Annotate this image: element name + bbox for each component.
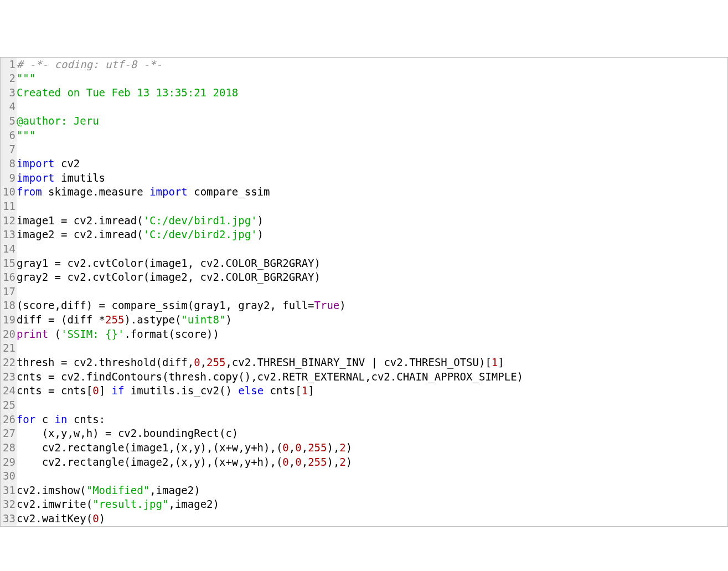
line-number: 9 xyxy=(3,171,16,186)
line-number: 23 xyxy=(3,370,16,384)
token-keyword: for xyxy=(17,413,35,425)
token-name: skimage.measure xyxy=(42,186,149,198)
code-line[interactable]: """ xyxy=(17,128,727,143)
token-comment: # -*- coding: utf-8 -*- xyxy=(17,58,162,70)
token-name: cv2.imshow( xyxy=(17,484,86,496)
token-name: , xyxy=(289,441,295,454)
token-name: image1 = cv2.imread( xyxy=(17,214,143,227)
code-line[interactable]: cnts = cnts[0] if imutils.is_cv2() else … xyxy=(17,384,727,398)
token-string: "result.jpg" xyxy=(92,498,168,510)
token-name: thresh = cv2.threshold(diff, xyxy=(17,356,194,368)
token-name: cv2.waitKey( xyxy=(17,512,92,524)
line-number: 10 xyxy=(3,185,16,199)
code-line[interactable] xyxy=(17,469,727,483)
code-line[interactable] xyxy=(17,242,727,256)
code-line[interactable]: cv2.rectangle(image2,(x,y),(x+w,y+h),(0,… xyxy=(17,455,727,470)
code-line[interactable] xyxy=(17,142,727,157)
token-name: , xyxy=(200,356,206,368)
token-string: 'C:/dev/bird2.jpg' xyxy=(143,228,257,240)
line-number: 13 xyxy=(3,228,16,242)
line-number: 31 xyxy=(3,483,16,498)
line-number: 17 xyxy=(3,285,16,299)
token-builtin: print xyxy=(17,328,48,340)
line-number: 12 xyxy=(3,214,16,228)
token-number: 0 xyxy=(92,384,99,397)
code-line[interactable]: cv2.imwrite("result.jpg",image2) xyxy=(17,497,727,512)
token-number: 255 xyxy=(308,456,327,468)
code-line[interactable]: """ xyxy=(17,71,727,86)
token-name: ) xyxy=(346,456,352,468)
token-name: ] xyxy=(99,384,112,397)
token-number: 255 xyxy=(206,356,225,368)
code-line[interactable]: cnts = cv2.findContours(thresh.copy(),cv… xyxy=(17,370,727,384)
line-number: 32 xyxy=(3,497,16,512)
token-name: cv2.rectangle(image1,(x,y),(x+w,y+h),( xyxy=(17,441,282,454)
token-number: 1 xyxy=(492,356,498,368)
code-line[interactable]: from skimage.measure import compare_ssim xyxy=(17,185,727,199)
code-editor[interactable]: 1234567891011121314151617181920212223242… xyxy=(0,57,728,527)
token-name: diff = (diff * xyxy=(17,313,105,326)
line-number: 28 xyxy=(3,441,16,455)
token-builtin: True xyxy=(314,299,340,311)
code-line[interactable]: image2 = cv2.imread('C:/dev/bird2.jpg') xyxy=(17,228,727,242)
code-line[interactable]: for c in cnts: xyxy=(17,413,727,427)
token-name: ,image2) xyxy=(168,498,219,510)
line-number: 6 xyxy=(3,128,16,143)
code-line[interactable]: gray2 = cv2.cvtColor(image2, cv2.COLOR_B… xyxy=(17,270,727,285)
code-line[interactable]: print ('SSIM: {}'.format(score)) xyxy=(17,327,727,342)
code-line[interactable]: import imutils xyxy=(17,171,727,186)
token-name: , xyxy=(302,441,308,454)
line-number: 22 xyxy=(3,356,16,370)
code-line[interactable] xyxy=(17,398,727,413)
token-name: ) xyxy=(257,228,264,240)
token-number: 0 xyxy=(194,356,200,368)
token-docstring: """ xyxy=(17,72,35,84)
line-number: 3 xyxy=(3,86,16,100)
token-name: compare_ssim xyxy=(188,186,270,198)
code-line[interactable]: cv2.imshow("Modified",image2) xyxy=(17,483,727,498)
line-number-gutter: 1234567891011121314151617181920212223242… xyxy=(1,58,17,526)
code-line[interactable]: cv2.rectangle(image1,(x,y),(x+w,y+h),(0,… xyxy=(17,441,727,455)
token-name: (score,diff) = compare_ssim(gray1, gray2… xyxy=(17,299,314,311)
line-number: 24 xyxy=(3,384,16,398)
line-number: 11 xyxy=(3,199,16,214)
code-line[interactable]: Created on Tue Feb 13 13:35:21 2018 xyxy=(17,86,727,100)
code-line[interactable]: gray1 = cv2.cvtColor(image1, cv2.COLOR_B… xyxy=(17,256,727,271)
line-number: 5 xyxy=(3,114,16,128)
token-string: "uint8" xyxy=(181,313,225,326)
token-keyword: from xyxy=(17,186,42,198)
token-name: gray2 = cv2.cvtColor(image2, cv2.COLOR_B… xyxy=(17,271,321,283)
token-number: 1 xyxy=(302,384,308,397)
token-name: c xyxy=(35,413,54,425)
line-number: 4 xyxy=(3,100,16,114)
code-line[interactable] xyxy=(17,341,727,356)
line-number: 20 xyxy=(3,327,16,342)
token-name: cnts: xyxy=(67,413,105,425)
code-line[interactable]: # -*- coding: utf-8 -*- xyxy=(17,58,727,72)
token-name: ) xyxy=(257,214,264,227)
token-name: , xyxy=(289,456,295,468)
token-name: gray1 = cv2.cvtColor(image1, cv2.COLOR_B… xyxy=(17,257,321,269)
token-name: ( xyxy=(48,328,61,340)
code-line[interactable] xyxy=(17,199,727,214)
code-line[interactable]: thresh = cv2.threshold(diff,0,255,cv2.TH… xyxy=(17,356,727,370)
code-line[interactable] xyxy=(17,100,727,114)
token-number: 255 xyxy=(308,441,327,454)
code-line[interactable]: image1 = cv2.imread('C:/dev/bird1.jpg') xyxy=(17,214,727,228)
line-number: 19 xyxy=(3,313,16,327)
token-string: 'SSIM: {}' xyxy=(61,328,124,340)
line-number: 29 xyxy=(3,455,16,470)
code-line[interactable]: import cv2 xyxy=(17,157,727,171)
token-keyword: import xyxy=(17,172,55,184)
token-name: ) xyxy=(225,313,231,326)
line-number: 21 xyxy=(3,341,16,356)
code-line[interactable]: diff = (diff *255).astype("uint8") xyxy=(17,313,727,327)
code-line[interactable]: @author: Jeru xyxy=(17,114,727,128)
code-line[interactable]: (x,y,w,h) = cv2.boundingRect(c) xyxy=(17,426,727,441)
code-area[interactable]: # -*- coding: utf-8 -*-"""Created on Tue… xyxy=(17,58,727,526)
code-line[interactable] xyxy=(17,285,727,299)
line-number: 14 xyxy=(3,242,16,256)
code-line[interactable]: cv2.waitKey(0) xyxy=(17,512,727,526)
line-number: 2 xyxy=(3,71,16,86)
code-line[interactable]: (score,diff) = compare_ssim(gray1, gray2… xyxy=(17,299,727,313)
